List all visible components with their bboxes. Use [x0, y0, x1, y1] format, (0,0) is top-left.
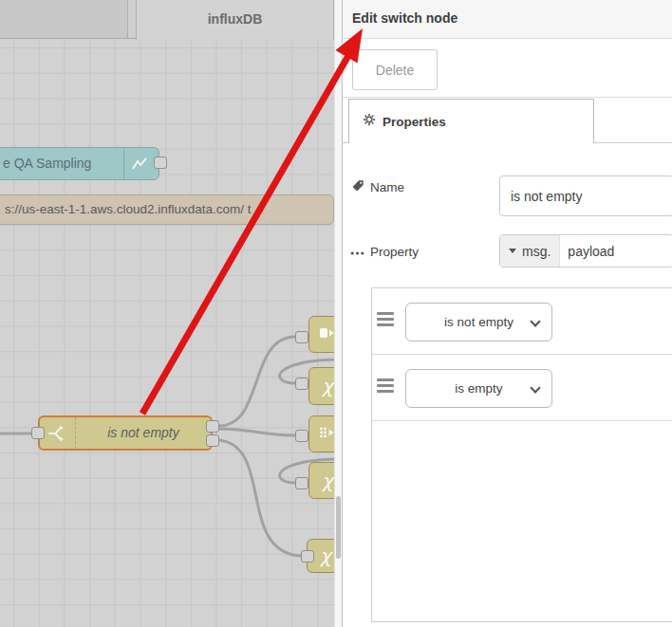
scrollbar-thumb[interactable]: [336, 496, 341, 559]
tray-header: Edit switch node: [343, 0, 672, 39]
name-input[interactable]: [499, 175, 672, 216]
output-port-1[interactable]: [206, 420, 219, 433]
input-port[interactable]: [295, 331, 308, 343]
rule-row-2: is empty: [372, 355, 672, 421]
input-port[interactable]: [295, 477, 308, 489]
name-label: Name: [351, 179, 404, 195]
edit-tray: Edit switch node Delete Properties Name: [342, 0, 672, 627]
chi-icon: χ: [320, 546, 331, 565]
tab-properties[interactable]: Properties: [348, 99, 594, 143]
property-type-button[interactable]: msg.: [500, 235, 560, 267]
tray-title: Edit switch node: [352, 10, 672, 26]
tray-toolbar: Delete: [343, 40, 672, 98]
workspace-tab-left[interactable]: [0, 0, 128, 38]
input-port[interactable]: [295, 430, 308, 442]
chart-line-icon: [123, 148, 157, 179]
chevron-down-icon: [530, 382, 540, 393]
workspace-tabbar: influxDB: [0, 0, 342, 39]
tray-tabs: Properties: [343, 99, 672, 143]
drag-handle-icon[interactable]: [377, 312, 394, 329]
output-port[interactable]: [154, 157, 167, 169]
chi-icon: χ: [322, 377, 333, 396]
rule-1-operator-select[interactable]: is not empty: [405, 303, 552, 341]
property-label: Property: [350, 245, 419, 259]
node-qa-sampling[interactable]: e QA Sampling: [0, 147, 159, 180]
caret-down-icon: [509, 249, 516, 253]
node-label: s://us-east-1-1.aws.cloud2.influxdata.co…: [5, 195, 252, 224]
delete-button[interactable]: Delete: [352, 49, 438, 90]
input-port[interactable]: [31, 427, 45, 439]
property-value[interactable]: payload: [560, 235, 614, 267]
node-label: e QA Sampling: [3, 148, 91, 179]
tag-icon: [351, 179, 364, 195]
node-label: is not empty: [76, 417, 211, 449]
ellipsis-icon: [350, 245, 364, 259]
drag-handle-icon[interactable]: [377, 378, 394, 396]
tab-properties-label: Properties: [383, 115, 446, 129]
rule-2-operator-select[interactable]: is empty: [405, 369, 552, 408]
chi-icon: χ: [322, 471, 333, 490]
output-port-2[interactable]: [206, 434, 219, 447]
canvas-grid: [0, 39, 342, 627]
property-typed-input[interactable]: msg. payload: [499, 234, 672, 267]
switch-icon: [40, 417, 76, 449]
rules-list: is not empty is empty: [371, 287, 672, 622]
canvas-scrollbar[interactable]: [334, 0, 342, 627]
workspace-tab-influxdb[interactable]: influxDB: [136, 0, 334, 40]
node-switch-is-not-empty[interactable]: is not empty: [38, 415, 213, 451]
node-influxdb-url[interactable]: s://us-east-1-1.aws.cloud2.influxdata.co…: [0, 194, 334, 225]
flow-canvas[interactable]: influxDB e QA Sampling s://us-east-1-1.a…: [0, 0, 342, 627]
input-port[interactable]: [301, 550, 314, 562]
rule-row-1: is not empty: [372, 288, 672, 355]
input-port[interactable]: [295, 378, 308, 390]
chevron-down-icon: [530, 316, 540, 326]
workspace-tab-label: influxDB: [137, 0, 333, 38]
gear-icon: [363, 113, 376, 130]
